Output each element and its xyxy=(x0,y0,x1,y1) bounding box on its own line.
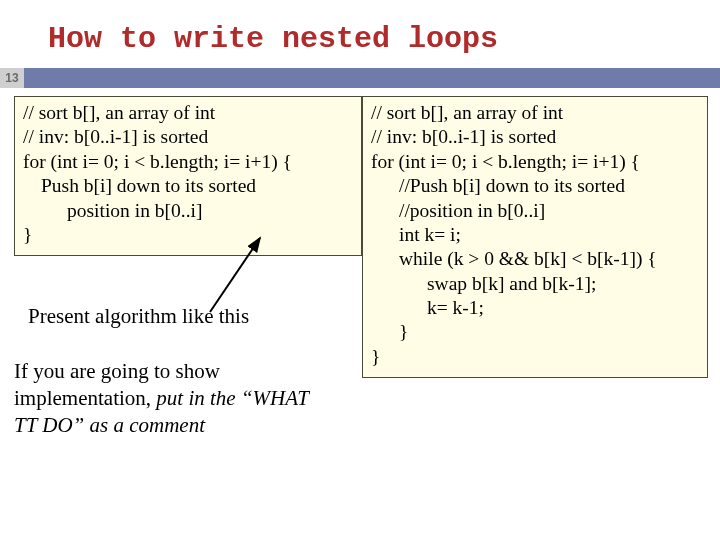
code-line: } xyxy=(23,223,355,247)
code-line: // sort b[], an array of int xyxy=(23,101,355,125)
code-line: // sort b[], an array of int xyxy=(371,101,701,125)
caption-present-algorithm: Present algorithm like this xyxy=(28,304,249,329)
code-line: // inv: b[0..i-1] is sorted xyxy=(371,125,701,149)
page-bar-fill xyxy=(24,68,720,88)
code-line: int k= i; xyxy=(371,223,701,247)
slide-number: 13 xyxy=(0,68,24,88)
page-bar: 13 xyxy=(0,68,720,88)
code-line: k= k-1; xyxy=(371,296,701,320)
code-line: } xyxy=(371,320,701,344)
caption-implementation-note: If you are going to show implementation,… xyxy=(14,358,334,439)
code-box-right: // sort b[], an array of int // inv: b[0… xyxy=(362,96,708,378)
code-line: while (k > 0 && b[k] < b[k-1]) { xyxy=(371,247,701,271)
code-box-left: // sort b[], an array of int // inv: b[0… xyxy=(14,96,362,256)
code-line: Push b[i] down to its sorted xyxy=(23,174,355,198)
code-line: //Push b[i] down to its sorted xyxy=(371,174,701,198)
code-line: //position in b[0..i] xyxy=(371,199,701,223)
code-line: for (int i= 0; i < b.length; i= i+1) { xyxy=(371,150,701,174)
code-line: swap b[k] and b[k-1]; xyxy=(371,272,701,296)
slide-title: How to write nested loops xyxy=(0,0,720,68)
code-line: position in b[0..i] xyxy=(23,199,355,223)
code-line: for (int i= 0; i < b.length; i= i+1) { xyxy=(23,150,355,174)
code-line: // inv: b[0..i-1] is sorted xyxy=(23,125,355,149)
code-line: } xyxy=(371,345,701,369)
